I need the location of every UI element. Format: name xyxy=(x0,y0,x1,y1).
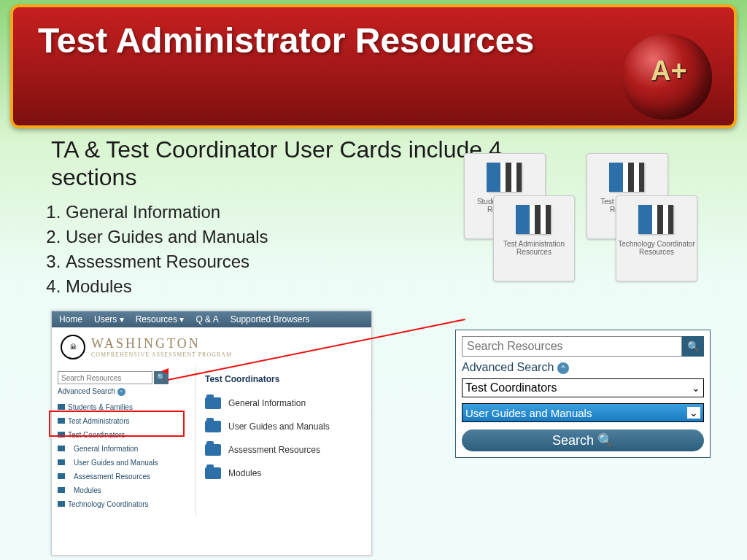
arrow-icon xyxy=(161,368,169,374)
category-item[interactable]: Assessment Resources xyxy=(205,438,363,462)
apple-graphic: A+ xyxy=(616,20,718,122)
search-widget: 🔍 Advanced Search ^ Test Coordinators⌄ U… xyxy=(455,330,711,458)
apple-grade: A+ xyxy=(651,55,687,87)
sidebar-item[interactable]: Assessment Resources xyxy=(58,470,190,483)
advanced-search-link[interactable]: Advanced Search ^ xyxy=(462,361,704,374)
logo-main: WASHINGTON xyxy=(91,336,232,351)
portal-main: Test Coordinators General Information Us… xyxy=(196,367,371,516)
logo-sub: COMPREHENSIVE ASSESSMENT PROGRAM xyxy=(91,351,232,358)
sidebar-item[interactable]: User Guides and Manuals xyxy=(58,456,190,470)
nav-item[interactable]: Q & A xyxy=(196,314,218,324)
role-select[interactable]: Test Coordinators⌄ xyxy=(462,378,704,397)
slide-banner: Test Administrator Resources A+ xyxy=(10,4,737,128)
highlight-box xyxy=(49,411,185,437)
nav-item[interactable]: Supported Browsers xyxy=(231,314,310,324)
resource-card-cluster: Student & Family Resources Test Administ… xyxy=(464,153,727,299)
nav-item[interactable]: Resources ▾ xyxy=(136,314,185,324)
sidebar-item[interactable]: Modules xyxy=(58,483,190,497)
sidebar-item[interactable]: Technology Coordinators xyxy=(58,497,190,511)
folder-icon xyxy=(205,421,221,432)
folder-icon xyxy=(205,444,221,456)
resource-card[interactable]: Technology Coordinator Resources xyxy=(616,195,697,281)
portal-nav: Home Users ▾ Resources ▾ Q & A Supported… xyxy=(52,311,371,327)
chevron-up-icon: ^ xyxy=(557,362,569,374)
search-input[interactable] xyxy=(462,336,682,357)
resource-card[interactable]: Test Administration Resources xyxy=(493,195,575,281)
sidebar-item[interactable]: General Information xyxy=(58,442,190,456)
subtitle: TA & Test Coordinator User Cards include… xyxy=(51,136,503,192)
category-item[interactable]: Modules xyxy=(205,462,363,485)
chevron-down-icon: ⌄ xyxy=(692,382,700,394)
chevron-up-icon: ^ xyxy=(117,388,125,396)
portal-sidebar: 🔍 Advanced Search ^ Students & Families … xyxy=(52,367,196,516)
chevron-down-icon: ⌄ xyxy=(687,407,700,419)
search-icon[interactable]: 🔍 xyxy=(682,336,704,357)
category-item[interactable]: User Guides and Manuals xyxy=(205,415,363,438)
search-button[interactable]: Search 🔍 xyxy=(462,429,704,451)
portal-advanced-search[interactable]: Advanced Search ^ xyxy=(58,387,190,396)
folder-icon xyxy=(205,397,221,409)
nav-item[interactable]: Home xyxy=(59,314,82,324)
portal-right-heading: Test Coordinators xyxy=(205,374,363,384)
folder-icon xyxy=(205,467,221,479)
nav-item[interactable]: Users ▾ xyxy=(94,314,124,324)
category-item[interactable]: General Information xyxy=(205,392,363,415)
category-select[interactable]: User Guides and Manuals⌄ xyxy=(462,403,704,422)
portal-search-input[interactable] xyxy=(58,371,152,384)
state-seal-icon: 🏛 xyxy=(61,335,85,359)
